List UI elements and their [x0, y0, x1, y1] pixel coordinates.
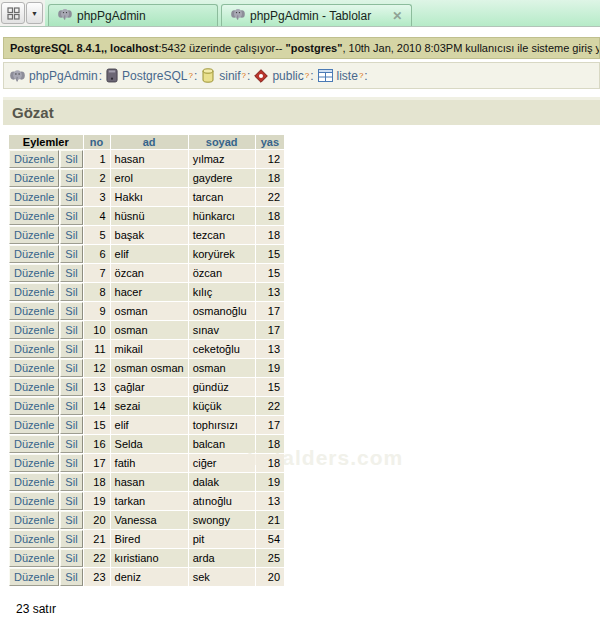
delete-button[interactable]: Sil [60, 416, 82, 434]
edit-button-link[interactable]: Düzenle [14, 495, 54, 507]
delete-button[interactable]: Sil [60, 207, 82, 225]
delete-button-link[interactable]: Sil [65, 495, 77, 507]
delete-button[interactable]: Sil [60, 283, 82, 301]
delete-button[interactable]: Sil [60, 435, 82, 453]
help-icon[interactable]: ? [305, 71, 309, 80]
edit-button-link[interactable]: Düzenle [14, 210, 54, 222]
edit-button[interactable]: Düzenle [9, 454, 59, 472]
delete-button-link[interactable]: Sil [65, 343, 77, 355]
delete-button-link[interactable]: Sil [65, 514, 77, 526]
edit-button[interactable]: Düzenle [9, 568, 59, 586]
delete-button[interactable]: Sil [60, 511, 82, 529]
column-header-ad[interactable]: ad [111, 135, 188, 149]
edit-button-link[interactable]: Düzenle [14, 533, 54, 545]
edit-button-link[interactable]: Düzenle [14, 552, 54, 564]
edit-button-link[interactable]: Düzenle [14, 457, 54, 469]
delete-button-link[interactable]: Sil [65, 210, 77, 222]
edit-button-link[interactable]: Düzenle [14, 381, 54, 393]
edit-button[interactable]: Düzenle [9, 473, 59, 491]
edit-button[interactable]: Düzenle [9, 359, 59, 377]
delete-button[interactable]: Sil [60, 492, 82, 510]
edit-button-link[interactable]: Düzenle [14, 324, 54, 336]
tab-list-dropdown-button[interactable]: ▼ [26, 2, 43, 24]
delete-button-link[interactable]: Sil [65, 229, 77, 241]
delete-button-link[interactable]: Sil [65, 400, 77, 412]
column-header-yas[interactable]: yas [256, 135, 284, 149]
edit-button[interactable]: Düzenle [9, 435, 59, 453]
help-icon[interactable]: ? [242, 71, 246, 80]
tab-groups-button[interactable] [1, 2, 25, 24]
breadcrumb-label[interactable]: liste [337, 69, 358, 83]
edit-button[interactable]: Düzenle [9, 511, 59, 529]
delete-button[interactable]: Sil [60, 378, 82, 396]
delete-button-link[interactable]: Sil [65, 381, 77, 393]
edit-button[interactable]: Düzenle [9, 378, 59, 396]
edit-button[interactable]: Düzenle [9, 188, 59, 206]
browser-tab-tablolar[interactable]: phpPgAdmin - Tablolar ✕ [221, 4, 412, 26]
delete-button[interactable]: Sil [60, 150, 82, 168]
edit-button[interactable]: Düzenle [9, 226, 59, 244]
edit-button[interactable]: Düzenle [9, 530, 59, 548]
edit-button-link[interactable]: Düzenle [14, 571, 54, 583]
edit-button-link[interactable]: Düzenle [14, 153, 54, 165]
edit-button-link[interactable]: Düzenle [14, 400, 54, 412]
delete-button[interactable]: Sil [60, 226, 82, 244]
breadcrumb-item-database[interactable]: sinif? : [201, 68, 250, 83]
edit-button-link[interactable]: Düzenle [14, 191, 54, 203]
edit-button[interactable]: Düzenle [9, 416, 59, 434]
edit-button[interactable]: Düzenle [9, 150, 59, 168]
delete-button-link[interactable]: Sil [65, 457, 77, 469]
delete-button-link[interactable]: Sil [65, 362, 77, 374]
delete-button[interactable]: Sil [60, 473, 82, 491]
delete-button[interactable]: Sil [60, 340, 82, 358]
delete-button[interactable]: Sil [60, 568, 82, 586]
delete-button-link[interactable]: Sil [65, 438, 77, 450]
help-icon[interactable]: ? [359, 71, 363, 80]
delete-button-link[interactable]: Sil [65, 552, 77, 564]
edit-button[interactable]: Düzenle [9, 245, 59, 263]
delete-button-link[interactable]: Sil [65, 324, 77, 336]
delete-button-link[interactable]: Sil [65, 248, 77, 260]
breadcrumb-item-phppgadmin[interactable]: phpPgAdmin : [10, 68, 102, 83]
delete-button[interactable]: Sil [60, 245, 82, 263]
breadcrumb-item-server[interactable]: PostgreSQL? : [106, 68, 197, 83]
delete-button-link[interactable]: Sil [65, 286, 77, 298]
edit-button[interactable]: Düzenle [9, 207, 59, 225]
close-icon[interactable]: ✕ [392, 9, 402, 23]
breadcrumb-item-table[interactable]: liste? : [318, 69, 368, 83]
breadcrumb-item-schema[interactable]: public? : [254, 69, 313, 83]
breadcrumb-label[interactable]: phpPgAdmin [29, 69, 98, 83]
delete-button[interactable]: Sil [60, 549, 82, 567]
delete-button-link[interactable]: Sil [65, 533, 77, 545]
edit-button[interactable]: Düzenle [9, 321, 59, 339]
edit-button[interactable]: Düzenle [9, 283, 59, 301]
delete-button-link[interactable]: Sil [65, 571, 77, 583]
delete-button-link[interactable]: Sil [65, 191, 77, 203]
column-header-soyad[interactable]: soyad [189, 135, 255, 149]
edit-button-link[interactable]: Düzenle [14, 514, 54, 526]
delete-button[interactable]: Sil [60, 359, 82, 377]
edit-button-link[interactable]: Düzenle [14, 343, 54, 355]
edit-button-link[interactable]: Düzenle [14, 267, 54, 279]
breadcrumb-label[interactable]: public [272, 69, 303, 83]
edit-button-link[interactable]: Düzenle [14, 419, 54, 431]
edit-button-link[interactable]: Düzenle [14, 362, 54, 374]
delete-button[interactable]: Sil [60, 169, 82, 187]
edit-button[interactable]: Düzenle [9, 397, 59, 415]
delete-button-link[interactable]: Sil [65, 419, 77, 431]
column-header-no[interactable]: no [84, 135, 110, 149]
edit-button-link[interactable]: Düzenle [14, 438, 54, 450]
delete-button[interactable]: Sil [60, 321, 82, 339]
delete-button[interactable]: Sil [60, 530, 82, 548]
delete-button-link[interactable]: Sil [65, 172, 77, 184]
delete-button[interactable]: Sil [60, 302, 82, 320]
edit-button[interactable]: Düzenle [9, 492, 59, 510]
delete-button-link[interactable]: Sil [65, 267, 77, 279]
browser-tab-phppgadmin[interactable]: phpPgAdmin [48, 4, 218, 26]
breadcrumb-label[interactable]: sinif [219, 69, 240, 83]
delete-button[interactable]: Sil [60, 188, 82, 206]
breadcrumb-label[interactable]: PostgreSQL [122, 69, 187, 83]
edit-button-link[interactable]: Düzenle [14, 305, 54, 317]
edit-button[interactable]: Düzenle [9, 264, 59, 282]
edit-button-link[interactable]: Düzenle [14, 476, 54, 488]
